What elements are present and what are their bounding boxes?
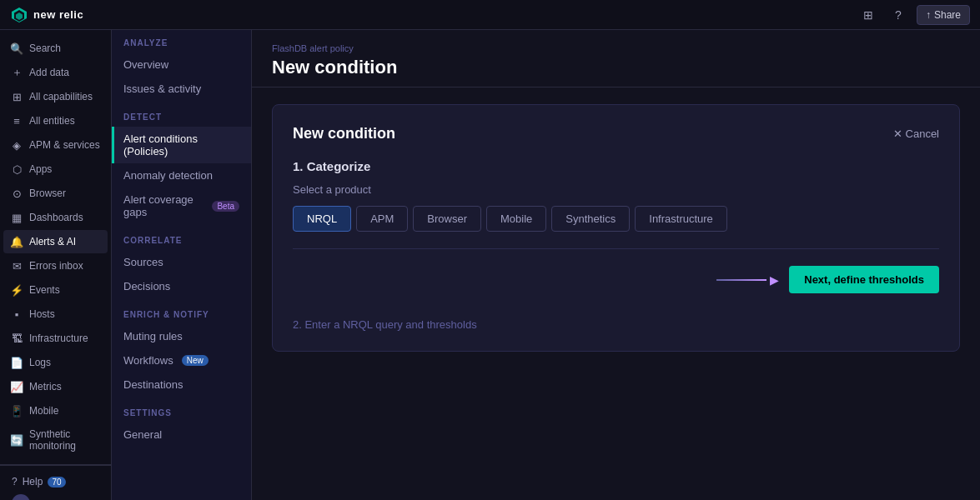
sidebar-item-all-entities[interactable]: ≡ All entities xyxy=(3,109,108,132)
arrow-line xyxy=(716,279,766,281)
tab-apm[interactable]: APM xyxy=(356,206,408,232)
nav-top-items: 🔍 Search ＋ Add data ⊞ All capabilities ≡… xyxy=(0,30,111,465)
plus-icon: ＋ xyxy=(10,66,23,79)
sidebar-section-analyze: ANALYZE Overview Issues & activity xyxy=(112,30,251,104)
grid-icon: ⊞ xyxy=(10,90,23,103)
logo: new relic xyxy=(10,6,83,24)
help-row[interactable]: ? Help 70 xyxy=(7,472,104,491)
define-thresholds-area: ▶ Next, define thresholds xyxy=(293,248,939,293)
sidebar-item-all-capabilities[interactable]: ⊞ All capabilities xyxy=(3,85,108,108)
sidebar-item-destinations[interactable]: Destinations xyxy=(112,372,251,397)
sidebar-item-synthetic-monitoring[interactable]: 🔄 Synthetic monitoring xyxy=(3,423,108,457)
correlate-section-title: CORRELATE xyxy=(112,236,251,250)
sidebar-section-settings: SETTINGS General xyxy=(112,400,251,450)
content-header: FlashDB alert policy New condition xyxy=(252,30,980,88)
sidebar-item-events[interactable]: ⚡ Events xyxy=(3,278,108,302)
sidebar-item-browser[interactable]: ⊙ Browser xyxy=(3,182,108,205)
sidebar-item-muting-rules[interactable]: Muting rules xyxy=(112,324,251,348)
avatar: MT xyxy=(12,494,30,500)
sidebar-item-general[interactable]: General xyxy=(112,422,251,447)
help-icon-btn[interactable]: ? xyxy=(887,3,910,27)
cancel-x-icon: ✕ xyxy=(893,128,902,140)
dashboards-icon: ▦ xyxy=(10,211,23,224)
analyze-section-title: ANALYZE xyxy=(112,38,251,52)
topbar: new relic ⊞ ? ↑ Share xyxy=(0,0,980,30)
main-layout: 🔍 Search ＋ Add data ⊞ All capabilities ≡… xyxy=(0,30,980,500)
detect-section-title: DETECT xyxy=(112,112,251,127)
sidebar-item-apm[interactable]: ◈ APM & services xyxy=(3,133,108,157)
browser-icon: ⊙ xyxy=(10,187,23,200)
logo-text: new relic xyxy=(33,8,83,21)
left-nav: 🔍 Search ＋ Add data ⊞ All capabilities ≡… xyxy=(0,30,112,500)
breadcrumb: FlashDB alert policy xyxy=(272,43,960,53)
content-body: New condition ✕ Cancel 1. Categorize Sel… xyxy=(252,88,980,500)
events-icon: ⚡ xyxy=(10,283,23,297)
new-relic-logo-icon xyxy=(10,6,28,24)
metrics-icon: 📈 xyxy=(10,380,23,393)
sidebar-item-metrics[interactable]: 📈 Metrics xyxy=(3,375,108,398)
step1-heading: 1. Categorize xyxy=(293,159,939,173)
tab-infrastructure[interactable]: Infrastructure xyxy=(635,206,727,232)
arrow-indicator: ▶ xyxy=(716,273,779,287)
cancel-button[interactable]: ✕ Cancel xyxy=(893,128,939,140)
sidebar-item-search[interactable]: 🔍 Search xyxy=(3,37,108,60)
sidebar-item-issues-activity[interactable]: Issues & activity xyxy=(112,77,251,101)
sidebar-item-errors-inbox[interactable]: ✉ Errors inbox xyxy=(3,254,108,278)
sidebar-item-sources[interactable]: Sources xyxy=(112,250,251,274)
sidebar-item-dashboards[interactable]: ▦ Dashboards xyxy=(3,206,108,229)
new-badge: New xyxy=(182,355,209,366)
apm-icon: ◈ xyxy=(10,138,23,152)
condition-card: New condition ✕ Cancel 1. Categorize Sel… xyxy=(272,104,960,352)
inbox-icon: ✉ xyxy=(10,259,23,272)
share-icon: ↑ xyxy=(926,9,931,21)
arrow-right-icon: ▶ xyxy=(770,273,779,287)
categorize-section: 1. Categorize Select a product NRQL APM … xyxy=(293,159,939,293)
condition-card-header: New condition ✕ Cancel xyxy=(293,125,939,142)
sidebar-item-add-data[interactable]: ＋ Add data xyxy=(3,61,108,84)
hosts-icon: ▪ xyxy=(10,308,23,321)
infrastructure-icon: 🏗 xyxy=(10,332,23,345)
tab-synthetics[interactable]: Synthetics xyxy=(551,206,630,232)
dashboard-icon-btn[interactable]: ⊞ xyxy=(857,3,880,27)
sidebar-item-apps[interactable]: ⬡ Apps xyxy=(3,158,108,181)
alerts-sidebar: ANALYZE Overview Issues & activity DETEC… xyxy=(112,30,252,500)
step2-label: 2. Enter a NRQL query and thresholds xyxy=(293,318,939,331)
enrich-notify-section-title: ENRICH & NOTIFY xyxy=(112,310,251,324)
help-icon: ? xyxy=(12,476,18,488)
tab-nrql[interactable]: NRQL xyxy=(293,206,351,232)
alerts-icon: 🔔 xyxy=(10,235,23,248)
help-badge: 70 xyxy=(48,477,65,488)
nav-bottom: ? Help 70 MT Mehreen Tahir ◀ xyxy=(0,465,111,500)
sidebar-item-hosts[interactable]: ▪ Hosts xyxy=(3,302,108,326)
sidebar-item-overview[interactable]: Overview xyxy=(112,52,251,77)
user-profile[interactable]: MT Mehreen Tahir xyxy=(7,491,104,500)
sidebar-item-alert-coverage-gaps[interactable]: Alert coverage gaps Beta xyxy=(112,188,251,224)
sidebar-item-logs[interactable]: 📄 Logs xyxy=(3,351,108,374)
mobile-icon: 📱 xyxy=(10,404,23,418)
sidebar-item-workflows[interactable]: Workflows New xyxy=(112,348,251,372)
list-icon: ≡ xyxy=(10,114,23,128)
next-define-thresholds-button[interactable]: Next, define thresholds xyxy=(789,266,939,293)
settings-section-title: SETTINGS xyxy=(112,408,251,422)
beta-badge: Beta xyxy=(212,201,239,212)
logs-icon: 📄 xyxy=(10,356,23,369)
sidebar-item-anomaly-detection[interactable]: Anomaly detection xyxy=(112,163,251,188)
sidebar-section-enrich-notify: ENRICH & NOTIFY Muting rules Workflows N… xyxy=(112,302,251,400)
synthetic-icon: 🔄 xyxy=(10,433,23,447)
search-icon: 🔍 xyxy=(10,42,23,55)
tab-browser[interactable]: Browser xyxy=(413,206,481,232)
topbar-actions: ⊞ ? ↑ Share xyxy=(857,3,970,27)
sidebar-item-alerts-ai[interactable]: 🔔 Alerts & AI xyxy=(3,230,108,253)
select-product-label: Select a product xyxy=(293,183,939,196)
sidebar-item-alert-conditions[interactable]: Alert conditions (Policies) xyxy=(112,127,251,163)
sidebar-section-detect: DETECT Alert conditions (Policies) Anoma… xyxy=(112,104,251,228)
sidebar-section-correlate: CORRELATE Sources Decisions xyxy=(112,228,251,302)
apps-icon: ⬡ xyxy=(10,162,23,176)
tab-mobile[interactable]: Mobile xyxy=(486,206,546,232)
share-button[interactable]: ↑ Share xyxy=(917,5,970,25)
sidebar-item-infrastructure[interactable]: 🏗 Infrastructure xyxy=(3,327,108,350)
page-title: New condition xyxy=(272,57,960,78)
sidebar-item-decisions[interactable]: Decisions xyxy=(112,274,251,298)
sidebar-item-mobile[interactable]: 📱 Mobile xyxy=(3,399,108,422)
step2-row: 2. Enter a NRQL query and thresholds xyxy=(293,307,939,331)
